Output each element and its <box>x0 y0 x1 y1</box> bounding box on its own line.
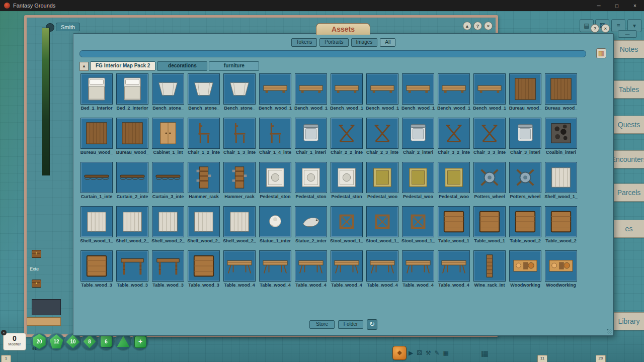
filter-tab-portraits[interactable]: Portraits <box>319 38 348 47</box>
asset-thumbnail[interactable] <box>438 250 470 282</box>
asset-item[interactable]: Shelf_wood_2_ <box>187 206 220 247</box>
asset-thumbnail[interactable] <box>331 73 363 105</box>
breadcrumb-folder-button[interactable]: decorations <box>157 61 207 71</box>
asset-thumbnail[interactable] <box>80 118 113 149</box>
filter-tab-all[interactable]: All <box>380 38 395 47</box>
asset-thumbnail[interactable] <box>152 73 184 105</box>
asset-item[interactable]: Bench_wood_1 <box>330 73 363 115</box>
asset-thumbnail[interactable] <box>295 162 327 193</box>
asset-thumbnail[interactable] <box>116 118 148 149</box>
corner-tab[interactable]: 11 <box>537 355 547 362</box>
asset-item[interactable]: Cabinet_1_int <box>151 118 185 159</box>
corner-tab[interactable]: 1 <box>1 355 11 362</box>
filter-tab-images[interactable]: Images <box>351 38 378 47</box>
asset-item[interactable]: Chair_1_interi <box>294 118 328 159</box>
asset-thumbnail[interactable] <box>402 73 434 105</box>
asset-item[interactable]: Wine_rack_int <box>473 250 506 292</box>
asset-item[interactable]: Curtain_1_inte <box>80 162 113 203</box>
asset-thumbnail[interactable] <box>116 250 148 282</box>
asset-item[interactable]: Chair_2_3_inte <box>366 118 399 159</box>
asset-item[interactable]: Chair_3_2_inte <box>437 118 470 159</box>
asset-item[interactable]: Shelf_wood_1_ <box>544 162 578 203</box>
asset-item[interactable]: Table_wood_1 <box>437 206 470 247</box>
asset-item[interactable]: Statue_1_inter <box>259 206 292 247</box>
asset-item[interactable]: Table_wood_3 <box>80 250 113 292</box>
asset-item[interactable]: Table_wood_3 <box>116 250 149 292</box>
asset-thumbnail[interactable] <box>188 250 220 282</box>
asset-thumbnail[interactable] <box>366 73 398 105</box>
asset-thumbnail[interactable] <box>80 162 113 193</box>
asset-item[interactable]: Bench_wood_1 <box>259 73 292 115</box>
toolbar-collapse-button[interactable]: — <box>618 30 637 38</box>
asset-thumbnail[interactable] <box>545 73 577 105</box>
asset-thumbnail[interactable] <box>295 250 327 282</box>
asset-thumbnail[interactable] <box>188 118 220 149</box>
asset-thumbnail[interactable] <box>438 206 470 237</box>
asset-thumbnail[interactable] <box>473 118 506 149</box>
assets-dialog[interactable]: Assets ? × TokensPortraitsImagesAll ▦ ▲ … <box>73 23 614 336</box>
asset-item[interactable]: Table_wood_2 <box>509 206 542 247</box>
asset-item[interactable]: Bench_stone_ <box>223 73 256 115</box>
asset-item[interactable]: Chair_1_2_inte <box>187 118 220 159</box>
search-input[interactable] <box>79 50 586 57</box>
asset-thumbnail[interactable] <box>473 250 506 282</box>
asset-item[interactable]: Pedestal_woo <box>366 162 399 203</box>
asset-item[interactable]: Table_wood_4 <box>223 250 256 292</box>
asset-item[interactable]: Bureau_wood_ <box>116 118 149 159</box>
modifier-close-icon[interactable]: × <box>1 330 7 335</box>
sheet-grid-icon[interactable]: ▦ <box>481 348 489 358</box>
asset-thumbnail[interactable] <box>331 118 363 149</box>
corner-tab[interactable]: 20 <box>596 355 606 362</box>
asset-item[interactable]: Table_wood_3 <box>187 250 220 292</box>
asset-item[interactable]: Coalbin_interi <box>544 118 578 159</box>
asset-thumbnail[interactable] <box>402 162 434 193</box>
asset-thumbnail[interactable] <box>295 206 327 237</box>
asset-thumbnail[interactable] <box>259 206 291 237</box>
asset-item[interactable]: Table_wood_4 <box>259 250 292 292</box>
filter-tab-tokens[interactable]: Tokens <box>291 38 317 47</box>
asset-thumbnail[interactable] <box>223 162 256 193</box>
asset-thumbnail[interactable] <box>509 118 541 149</box>
grid-view-icon[interactable]: ▦ <box>596 48 606 58</box>
draw-icon[interactable]: ✎ <box>434 349 439 356</box>
asset-thumbnail[interactable] <box>402 250 434 282</box>
modifier-box[interactable]: 0 Modifier <box>3 333 26 350</box>
asset-thumbnail[interactable] <box>188 73 220 105</box>
asset-thumbnail[interactable] <box>116 73 148 105</box>
asset-thumbnail[interactable] <box>509 162 541 193</box>
asset-thumbnail[interactable] <box>223 206 256 237</box>
asset-thumbnail[interactable] <box>80 250 113 282</box>
asset-thumbnail[interactable] <box>116 206 148 237</box>
asset-thumbnail[interactable] <box>402 118 434 149</box>
asset-item[interactable]: Bed_2_interior <box>116 73 149 115</box>
asset-thumbnail[interactable] <box>402 206 434 237</box>
asset-item[interactable]: Table_wood_4 <box>401 250 435 292</box>
asset-item[interactable]: Curtain_3_inte <box>151 162 185 203</box>
asset-item[interactable]: Pedestal_woo <box>437 162 470 203</box>
asset-thumbnail[interactable] <box>366 206 398 237</box>
asset-thumbnail[interactable] <box>152 162 184 193</box>
asset-thumbnail[interactable] <box>80 206 113 237</box>
asset-item[interactable]: Hammer_rack <box>223 162 256 203</box>
asset-thumbnail[interactable] <box>545 206 577 237</box>
asset-item[interactable]: Woodworking <box>544 250 578 292</box>
asset-thumbnail[interactable] <box>545 162 577 193</box>
asset-item[interactable]: Curtain_2_inte <box>116 162 149 203</box>
dialog-close-icon[interactable]: × <box>601 24 610 33</box>
asset-item[interactable]: Table_wood_4 <box>366 250 399 292</box>
asset-thumbnail[interactable] <box>259 118 291 149</box>
refresh-icon[interactable]: ↻ <box>367 319 377 330</box>
chest-icon[interactable] <box>32 250 41 258</box>
asset-thumbnail[interactable] <box>223 73 256 105</box>
asset-thumbnail[interactable] <box>438 162 470 193</box>
asset-item[interactable]: Stool_wood_1_ <box>366 206 399 247</box>
asset-thumbnail[interactable] <box>223 250 256 282</box>
asset-item[interactable]: Pedestal_woo <box>401 162 435 203</box>
asset-thumbnail[interactable] <box>116 162 148 193</box>
breadcrumb-module-button[interactable]: FG Interior Map Pack 2 <box>90 61 155 71</box>
asset-item[interactable]: Bed_1_interior <box>80 73 113 115</box>
hammer-icon[interactable]: ⚒ <box>426 349 431 356</box>
asset-item[interactable]: Stool_wood_1_ <box>330 206 363 247</box>
folder-up-icon[interactable]: ▲ <box>79 62 89 71</box>
resize-handle[interactable] <box>607 329 612 334</box>
